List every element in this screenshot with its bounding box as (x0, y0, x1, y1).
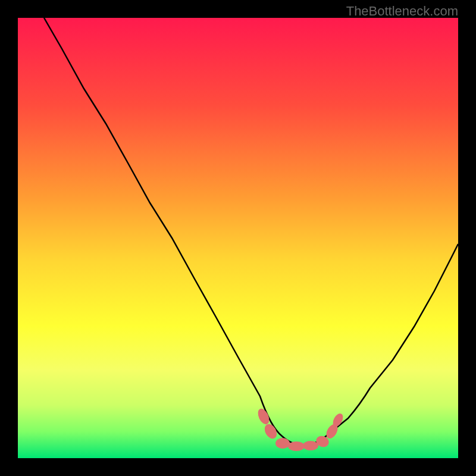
svg-point-3 (275, 438, 290, 449)
svg-point-5 (303, 441, 318, 450)
chart-container: TheBottleneck.com (0, 0, 476, 476)
highlight-region (256, 407, 345, 451)
bottleneck-curve (44, 18, 458, 445)
watermark-text: TheBottleneck.com (346, 4, 458, 19)
svg-point-4 (288, 441, 305, 451)
plot-area (18, 18, 458, 458)
curve-layer (18, 18, 458, 458)
svg-point-1 (256, 407, 271, 426)
